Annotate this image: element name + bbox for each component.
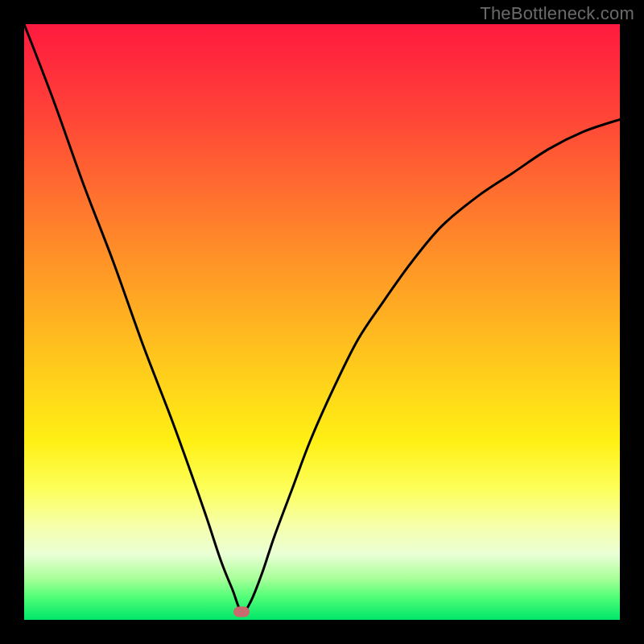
plot-area [24, 24, 620, 620]
optimal-marker [233, 607, 250, 617]
chart-container: TheBottleneck.com [0, 0, 644, 644]
watermark-label: TheBottleneck.com [480, 3, 634, 24]
curve-svg [24, 24, 620, 620]
bottleneck-curve-path [24, 24, 620, 613]
